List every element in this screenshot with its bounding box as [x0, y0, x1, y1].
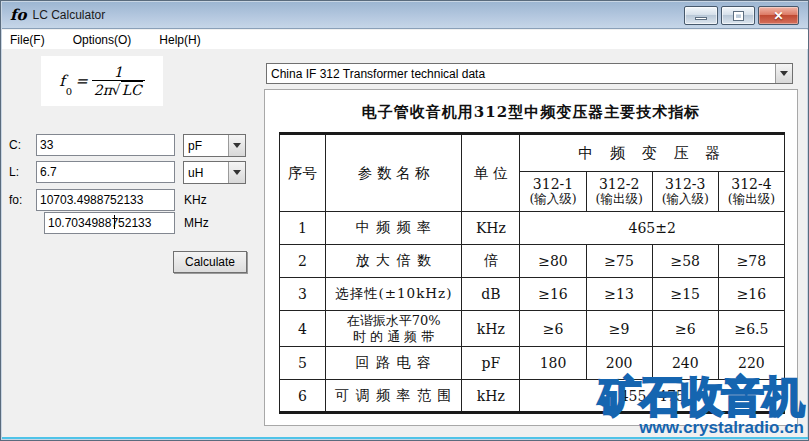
menu-bar: File(F) Options(O) Help(H) [2, 30, 809, 49]
l-label: L: [9, 165, 19, 179]
c-input[interactable] [36, 134, 175, 156]
header-index: 序号 [280, 134, 326, 212]
menu-file[interactable]: File(F) [10, 33, 45, 47]
l-input[interactable] [36, 161, 175, 183]
c-unit-combo[interactable]: pF [183, 134, 246, 157]
mhz-unit-label: MHz [184, 216, 209, 230]
l-unit-dropdown-button[interactable] [228, 162, 245, 183]
header-param: 参 数 名 称 [326, 134, 462, 212]
c-unit-dropdown-button[interactable] [228, 135, 245, 156]
table-row: 5 回 路 电 容 pF 180 200 240 220 [280, 347, 785, 380]
formula-eq: = [75, 72, 88, 90]
chevron-down-icon [780, 71, 788, 76]
close-icon: ✕ [773, 10, 783, 22]
dataset-dropdown-button[interactable] [775, 64, 792, 83]
dataset-combo-value: China IF 312 Transformer technical data [267, 67, 775, 81]
calculate-button[interactable]: Calculate [173, 251, 247, 273]
app-icon: fo [10, 6, 26, 24]
chevron-down-icon [233, 143, 241, 148]
caption-buttons: ✕ [684, 6, 799, 25]
app-window: fo LC Calculator ✕ File(F) Options(O) He… [0, 0, 809, 441]
fo-label: fo: [9, 193, 22, 207]
formula-numerator: 1 [110, 64, 127, 80]
header-group: 中 频 变 压 器 [520, 134, 785, 172]
l-unit-value: uH [184, 166, 228, 180]
formula-den-coeff: 2π [94, 82, 112, 98]
param-two-line: 在谐振水平70%时 的 通 频 带 [326, 311, 462, 347]
minimize-icon [695, 17, 707, 20]
header-model-1: 312-1(输入级) [520, 172, 586, 212]
minimize-button[interactable] [684, 6, 718, 25]
table-row: 2 放 大 倍 数 倍 ≥80 ≥75 ≥58 ≥78 [280, 245, 785, 278]
table-row: 3 选择性(±10kHz) dB ≥16 ≥13 ≥15 ≥16 [280, 278, 785, 311]
header-model-4: 312-4(输出级) [718, 172, 784, 212]
dataset-combo[interactable]: China IF 312 Transformer technical data [266, 63, 793, 84]
header-model-2: 312-2(输出级) [586, 172, 652, 212]
table-title: 电子管收音机用312型中频变压器主要技术指标 [265, 103, 797, 122]
formula-radicand: LC [121, 81, 143, 98]
c-unit-value: pF [184, 139, 228, 153]
menu-help[interactable]: Help(H) [159, 33, 200, 47]
c-label: C: [9, 138, 21, 152]
table-row: 4 在谐振水平70%时 的 通 频 带 kHz ≥6 ≥9 ≥6 ≥6.5 [280, 311, 785, 347]
table-row: 1 中 频 频 率 KHz 465±2 [280, 212, 785, 245]
spec-table: 序号 参 数 名 称 单 位 中 频 变 压 器 312-1(输入级) 312-… [279, 132, 785, 414]
restore-button[interactable] [721, 6, 755, 25]
title-bar[interactable]: fo LC Calculator ✕ [2, 2, 809, 29]
formula-image: f0 = 1 2π√LC [41, 56, 163, 106]
formula-sub: 0 [66, 86, 72, 97]
chevron-down-icon [233, 170, 241, 175]
text-caret [114, 215, 115, 229]
menu-options[interactable]: Options(O) [73, 33, 132, 47]
fo-khz-input[interactable] [36, 189, 175, 211]
header-unit: 单 位 [462, 134, 520, 212]
formula-lhs: f [59, 72, 65, 90]
radical-icon: √ [112, 82, 121, 98]
restore-icon [734, 12, 743, 20]
window-bottom-edge [2, 437, 809, 439]
khz-unit-label: KHz [184, 193, 207, 207]
close-button[interactable]: ✕ [758, 6, 799, 25]
fo-mhz-input[interactable] [44, 212, 175, 234]
l-unit-combo[interactable]: uH [183, 161, 246, 184]
table-row: 6 可 调 频 率 范 围 kHz 455~475 [280, 380, 785, 413]
scanned-table-image: 电子管收音机用312型中频变压器主要技术指标 序号 参 数 名 称 单 位 中 … [264, 89, 798, 426]
window-title: LC Calculator [32, 8, 105, 22]
header-model-3: 312-3(输入级) [652, 172, 718, 212]
